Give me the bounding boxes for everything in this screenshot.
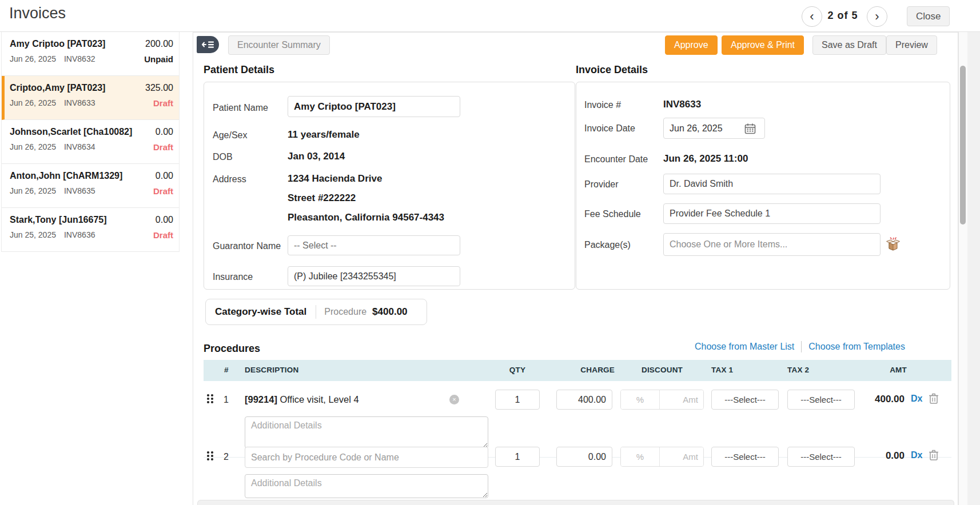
invoice-list-item[interactable]: Amy Criptoo [PAT023] 200.00 Jun 26, 2025… <box>2 32 179 76</box>
additional-details-textarea[interactable] <box>245 416 488 448</box>
close-button[interactable]: Close <box>907 6 950 26</box>
tax2-select[interactable]: ---Select--- <box>787 447 855 467</box>
page-indicator: 2 of 5 <box>823 10 862 22</box>
discount-group <box>620 390 704 410</box>
category-wise-total: Category-wise Total Procedure $400.00 <box>205 299 427 325</box>
invoice-number: INV8636 <box>64 230 95 239</box>
procedure-search-input[interactable] <box>245 447 488 468</box>
procedure-name: Office visit, Level 4 <box>277 394 359 404</box>
approve-and-print-button[interactable]: Approve & Print <box>722 35 804 55</box>
row-number: 1 <box>224 395 229 405</box>
additional-details-textarea[interactable] <box>245 474 488 498</box>
invoice-list-item[interactable]: Anton,John [ChARM1329] 0.00 Jun 26, 2025… <box>2 164 179 208</box>
provider-select[interactable]: Dr. David Smith <box>663 174 881 194</box>
qty-input[interactable] <box>495 390 540 410</box>
address-line-3: Pleasanton, California 94567-4343 <box>288 212 444 223</box>
fee-schedule-select[interactable]: Provider Fee Schedule 1 <box>663 203 881 224</box>
invoice-patient-name: Criptoo,Amy [PAT023] <box>10 83 105 93</box>
row-drag-handle[interactable] <box>207 451 213 460</box>
invoice-patient-name: Johnson,Scarlet [Cha10082] <box>10 127 132 137</box>
page-title: Invoices <box>9 5 66 22</box>
packages-multiselect[interactable]: Choose One or More Items... <box>663 233 881 256</box>
row-amount: 0.00 <box>847 450 905 462</box>
invoice-amount: 0.00 <box>156 127 173 137</box>
row-number: 2 <box>224 452 229 462</box>
tax2-select[interactable]: ---Select--- <box>787 390 855 410</box>
insurance-select[interactable]: (P) Jubilee [2343255345] <box>288 266 460 286</box>
preview-button[interactable]: Preview <box>886 35 937 55</box>
invoice-date: Jun 26, 2025 <box>10 142 56 151</box>
discount-amount-input[interactable] <box>660 390 703 409</box>
save-as-draft-button[interactable]: Save as Draft <box>812 35 886 55</box>
delete-row-icon[interactable] <box>929 392 939 404</box>
patient-name-label: Patient Name <box>213 103 268 113</box>
invoice-amount: 0.00 <box>156 171 173 181</box>
row-amount: 400.00 <box>847 394 905 405</box>
row-drag-handle[interactable] <box>207 394 213 403</box>
procedures-table-header: # DESCRIPTION QTY CHARGE DISCOUNT TAX 1 … <box>204 360 951 381</box>
chevron-right-icon: › <box>875 9 879 23</box>
dx-link[interactable]: Dx <box>911 450 922 460</box>
guarantor-select[interactable]: -- Select -- <box>288 235 460 255</box>
prev-invoice-button[interactable]: ‹ <box>802 6 822 27</box>
dob-label: DOB <box>213 152 233 162</box>
next-invoice-button[interactable]: › <box>867 6 887 27</box>
category-total-category: Procedure <box>316 307 372 317</box>
age-sex-value: 11 years/female <box>288 129 360 141</box>
col-header-tax1: TAX 1 <box>711 366 733 374</box>
invoice-number-value: INV8633 <box>663 99 701 110</box>
vertical-scrollbar-thumb[interactable] <box>960 66 966 225</box>
invoice-status-badge: Unpaid <box>144 54 173 64</box>
procedures-heading: Procedures <box>204 343 260 355</box>
invoices-screen: Invoices ‹ 2 of 5 › Close Amy Criptoo [P… <box>0 0 980 505</box>
collapse-sidebar-icon[interactable] <box>197 36 219 53</box>
invoice-details-heading: Invoice Details <box>576 64 648 76</box>
age-sex-label: Age/Sex <box>213 130 247 141</box>
chevron-left-icon: ‹ <box>810 9 814 23</box>
invoice-date-label: Invoice Date <box>584 123 635 134</box>
invoice-list-item[interactable]: Johnson,Scarlet [Cha10082] 0.00 Jun 26, … <box>2 120 179 164</box>
delete-row-icon[interactable] <box>929 449 939 461</box>
invoice-number-label: Invoice # <box>584 100 621 110</box>
invoice-number: INV8634 <box>64 142 95 151</box>
tax1-select[interactable]: ---Select--- <box>711 390 779 410</box>
discount-percent-input[interactable] <box>621 447 660 466</box>
tax1-select[interactable]: ---Select--- <box>711 447 779 467</box>
discount-amount-input[interactable] <box>660 447 703 466</box>
approve-button[interactable]: Approve <box>665 35 718 55</box>
choose-from-master-list-link[interactable]: Choose from Master List <box>695 342 794 352</box>
package-box-icon[interactable] <box>886 237 901 251</box>
col-header-tax2: TAX 2 <box>787 366 809 374</box>
qty-input[interactable] <box>495 447 540 467</box>
invoice-date: Jun 26, 2025 <box>10 186 56 195</box>
clear-procedure-icon[interactable]: × <box>449 395 459 404</box>
discount-percent-input[interactable] <box>621 390 660 409</box>
dob-value: Jan 03, 2014 <box>288 151 345 162</box>
packages-label: Package(s) <box>584 240 631 250</box>
arrow-left-menu-icon <box>201 40 215 49</box>
invoice-patient-name: Anton,John [ChARM1329] <box>10 171 122 181</box>
patient-name-input[interactable] <box>288 96 460 117</box>
col-header-qty: QTY <box>495 366 540 374</box>
calendar-icon[interactable] <box>744 123 756 134</box>
encounter-summary-button[interactable]: Encounter Summary <box>228 35 330 55</box>
charge-input[interactable] <box>556 447 612 467</box>
charge-input[interactable] <box>556 390 612 410</box>
provider-label: Provider <box>584 179 619 190</box>
invoice-list-item[interactable]: Stark,Tony [Jun16675] 0.00 Jun 25, 2025I… <box>2 208 179 252</box>
invoice-date: Jun 26, 2025 <box>10 54 56 63</box>
right-gutter <box>967 32 980 505</box>
dx-link[interactable]: Dx <box>911 394 922 404</box>
invoice-amount: 0.00 <box>156 215 173 225</box>
choose-from-templates-link[interactable]: Choose from Templates <box>808 342 905 352</box>
invoice-patient-name: Amy Criptoo [PAT023] <box>10 39 105 49</box>
links-divider <box>801 341 802 352</box>
category-total-amount: $400.00 <box>372 306 407 318</box>
invoice-list-item-selected[interactable]: Criptoo,Amy [PAT023] 325.00 Jun 26, 2025… <box>2 76 179 120</box>
encounter-date-value: Jun 26, 2025 11:00 <box>663 153 748 165</box>
invoice-patient-name: Stark,Tony [Jun16675] <box>10 215 107 225</box>
invoice-number: INV8632 <box>64 54 95 63</box>
col-header-charge: CHARGE <box>557 366 615 374</box>
invoice-list-sidebar: Amy Criptoo [PAT023] 200.00 Jun 26, 2025… <box>1 32 180 252</box>
invoice-amount: 200.00 <box>145 39 173 49</box>
